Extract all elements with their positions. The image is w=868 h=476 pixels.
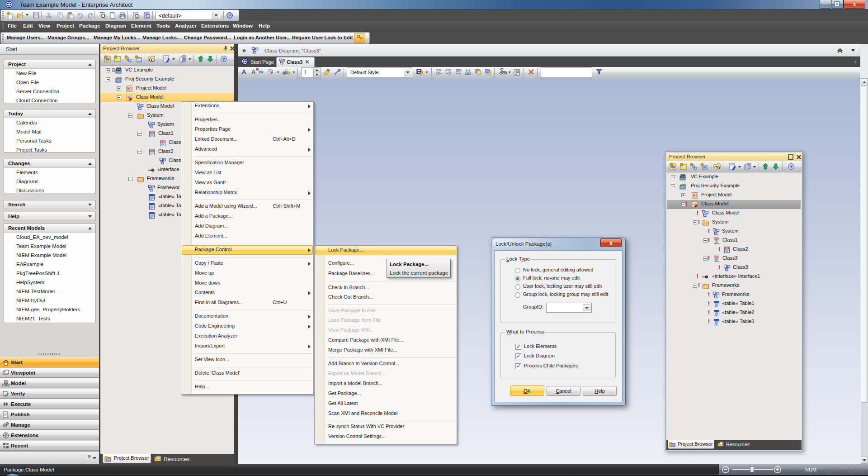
svg-text:?: ?	[222, 57, 225, 62]
svg-text:?: ?	[790, 165, 793, 169]
svg-text:?: ?	[228, 14, 231, 18]
